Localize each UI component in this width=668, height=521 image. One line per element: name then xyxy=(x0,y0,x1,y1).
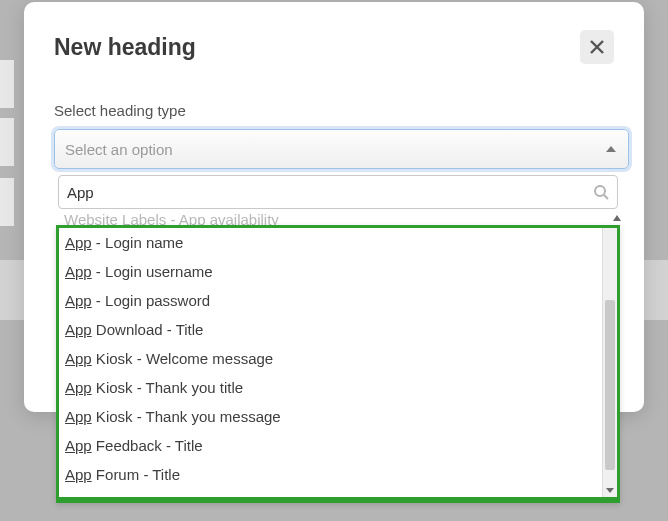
dropdown-option[interactable]: App Kiosk - Welcome message xyxy=(59,344,601,373)
option-match: App xyxy=(65,437,92,454)
close-icon xyxy=(589,39,605,55)
dropdown-scrollbar[interactable] xyxy=(602,228,617,497)
dropdown-option[interactable]: App Kiosk - Thank you message xyxy=(59,402,601,431)
option-match: App xyxy=(65,292,92,309)
background-row xyxy=(0,118,14,166)
option-text: Feedback - Title xyxy=(92,437,203,454)
option-match: App xyxy=(65,234,92,251)
option-match: App xyxy=(65,263,92,280)
dropdown-option[interactable]: App Feedback - Title xyxy=(59,431,601,460)
modal-title: New heading xyxy=(54,34,196,61)
option-text: Kiosk - Welcome message xyxy=(92,350,273,367)
option-match: App xyxy=(65,350,92,367)
heading-type-label: Select heading type xyxy=(54,102,614,119)
dropdown-option[interactable]: App Forum - Title xyxy=(59,460,601,489)
chevron-down-icon xyxy=(606,488,614,493)
search-icon xyxy=(593,184,609,200)
svg-line-3 xyxy=(604,195,608,199)
option-match: App xyxy=(65,379,92,396)
dropdown-options-list: App - Login nameApp - Login usernameApp … xyxy=(59,228,601,497)
chevron-up-icon xyxy=(606,146,616,152)
option-match: App xyxy=(65,321,92,338)
background-row xyxy=(0,178,14,226)
dropdown-option[interactable]: App Kiosk - Thank you title xyxy=(59,373,601,402)
option-match: App xyxy=(65,466,92,483)
option-text: - Login password xyxy=(92,292,210,309)
option-text: Kiosk - Thank you title xyxy=(92,379,243,396)
dropdown-option[interactable]: App Download - Title xyxy=(59,315,601,344)
heading-type-select[interactable]: Select an option xyxy=(54,129,629,169)
heading-type-dropdown: Select an option Website Labels - App av… xyxy=(54,129,629,209)
close-button[interactable] xyxy=(580,30,614,64)
scroll-up-icon[interactable] xyxy=(613,215,621,221)
modal-header: New heading xyxy=(54,30,614,64)
option-text: Download - Title xyxy=(92,321,204,338)
dropdown-search-row xyxy=(58,175,618,209)
option-text: Forum - Title xyxy=(92,466,180,483)
background-row xyxy=(0,60,14,108)
select-placeholder: Select an option xyxy=(65,141,173,158)
option-match: App xyxy=(65,408,92,425)
dropdown-option[interactable]: App - Login password xyxy=(59,286,601,315)
scrollbar-thumb[interactable] xyxy=(605,300,615,470)
option-text: Kiosk - Thank you message xyxy=(92,408,281,425)
option-text: - Login username xyxy=(92,263,213,280)
dropdown-option[interactable]: App - Login name xyxy=(59,228,601,257)
option-text: - Login name xyxy=(92,234,184,251)
dropdown-options-panel: App - Login nameApp - Login usernameApp … xyxy=(56,225,620,503)
scroll-down-button[interactable] xyxy=(603,483,617,497)
dropdown-search-input[interactable] xyxy=(67,184,593,201)
dropdown-option[interactable]: App - Login username xyxy=(59,257,601,286)
svg-point-2 xyxy=(595,186,605,196)
